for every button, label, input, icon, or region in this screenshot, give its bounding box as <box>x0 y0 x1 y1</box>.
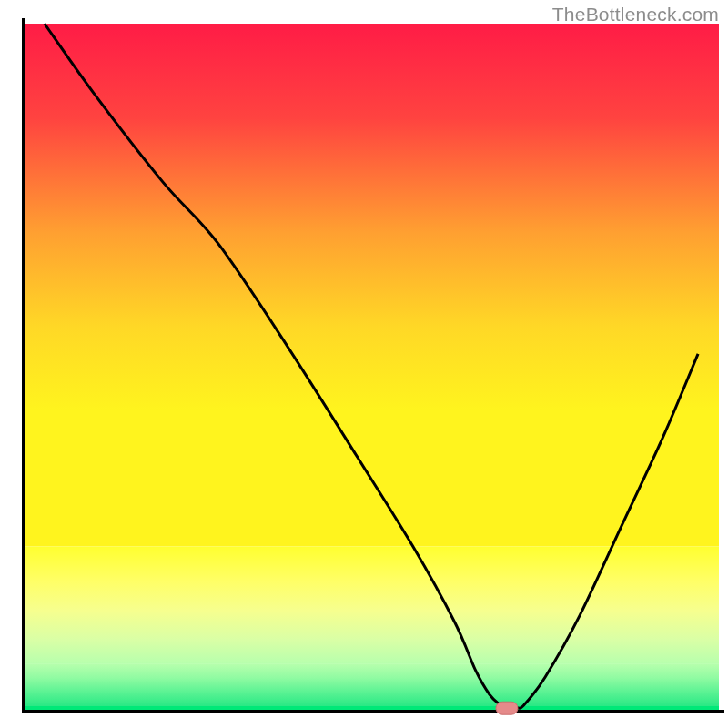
lower-glow-band <box>24 547 719 664</box>
watermark-text: TheBottleneck.com <box>552 4 719 25</box>
chart-svg <box>0 0 728 728</box>
gradient-background <box>24 24 719 547</box>
bottom-green-band <box>24 663 719 712</box>
target-marker <box>496 702 518 714</box>
chart-container: { "watermark": "TheBottleneck.com", "cha… <box>0 0 728 728</box>
